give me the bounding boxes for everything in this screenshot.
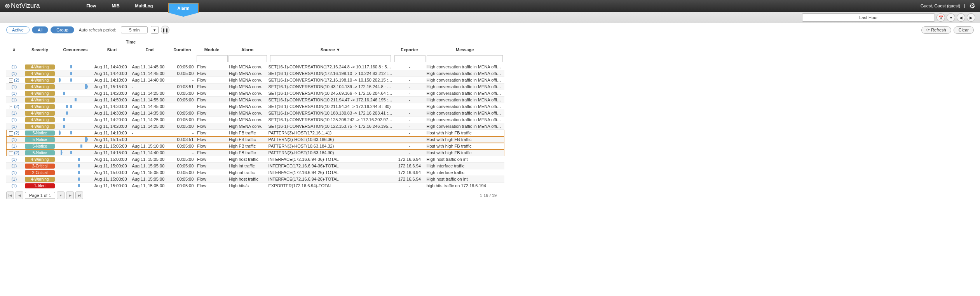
table-row[interactable]: (1)5-NoticeAug 11, 15:15:00-00:03:51Flow… — [6, 136, 504, 143]
nav-alarm[interactable]: Alarm — [168, 3, 198, 13]
table-row[interactable]: (1)2-CriticalAug 11, 15:00:00Aug 11, 15:… — [6, 169, 504, 176]
row-count: (1) — [12, 177, 17, 181]
cell-module: Flow — [196, 97, 227, 103]
gear-icon[interactable]: ⚙ — [969, 2, 975, 10]
col-module[interactable]: Module — [196, 46, 227, 54]
page-range: 1-19 / 19 — [480, 193, 497, 198]
col-alarm[interactable]: Alarm — [228, 46, 267, 54]
col-end[interactable]: End — [131, 46, 168, 54]
refresh-button[interactable]: ⟳ Refresh — [921, 26, 951, 34]
cell-source: SET(16-1)-CONVERSATION(10.211.94.34 -> 1… — [267, 103, 394, 110]
filter-message[interactable] — [427, 55, 503, 62]
nav-flow[interactable]: Flow — [86, 3, 96, 8]
cell-module: Flow — [196, 90, 227, 97]
pager: |◀ ◀ Page 1 of 1 ▾ ▶ ▶| 1-19 / 19 — [6, 192, 974, 199]
table-row[interactable]: (1)2-CriticalAug 11, 15:00:00Aug 11, 15:… — [6, 163, 504, 169]
nav-mib[interactable]: MIB — [112, 3, 119, 8]
page-dropdown-icon[interactable]: ▾ — [57, 192, 65, 199]
col-duration[interactable]: Duration — [168, 46, 196, 54]
col-start[interactable]: Start — [93, 46, 131, 54]
cell-duration: 00:05:00 — [168, 123, 196, 130]
occurrence-timeline — [59, 124, 92, 129]
cell-source: SET(16-1)-CONVERSATION(172.16.198.10 -> … — [267, 70, 394, 77]
table-row[interactable]: (1)4-WarningAug 11, 15:15:00-00:03:51Flo… — [6, 84, 504, 90]
table-row[interactable]: (1)4-WarningAug 11, 14:40:00Aug 11, 14:4… — [6, 70, 504, 77]
time-next-icon[interactable]: ▶ — [967, 13, 975, 22]
table-row[interactable]: (1)1-AlertAug 11, 15:00:00Aug 11, 15:05:… — [6, 183, 504, 189]
time-prev-icon[interactable]: ◀ — [957, 13, 965, 22]
col-severity[interactable]: Severity — [22, 46, 58, 54]
page-next-icon[interactable]: ▶ — [66, 192, 74, 199]
time-range-select[interactable]: Last Hour — [802, 13, 935, 22]
table-row[interactable]: (1)4-WarningAug 11, 14:30:00Aug 11, 14:3… — [6, 110, 504, 117]
clear-button[interactable]: Clear — [954, 26, 974, 34]
table-row[interactable]: +(2)4-WarningAug 11, 14:30:00Aug 11, 14:… — [6, 103, 504, 110]
table-row[interactable]: (1)4-WarningAug 11, 14:40:00Aug 11, 14:4… — [6, 64, 504, 70]
cell-message: High conversation traffic in MENA office… — [425, 84, 504, 90]
page-last-icon[interactable]: ▶| — [75, 192, 83, 199]
page-prev-icon[interactable]: ◀ — [16, 192, 23, 199]
refresh-period-select[interactable]: 5 min — [121, 26, 148, 33]
cell-module: Flow — [196, 150, 227, 156]
chevron-down-icon[interactable]: ▾ — [151, 26, 159, 34]
cell-module: Flow — [196, 176, 227, 183]
row-count: (1) — [12, 64, 17, 69]
pause-icon[interactable]: ❚❚ — [161, 26, 169, 34]
table-row[interactable]: (1)4-WarningAug 11, 14:50:00Aug 11, 14:5… — [6, 97, 504, 103]
table-row[interactable]: (1)4-WarningAug 11, 14:20:00Aug 11, 14:2… — [6, 123, 504, 130]
expand-icon[interactable]: + — [9, 105, 13, 109]
col-hash[interactable]: # — [6, 46, 22, 54]
table-row[interactable]: (1)5-NoticeAug 11, 15:05:00Aug 11, 15:10… — [6, 143, 504, 150]
cell-end: Aug 11, 15:10:00 — [131, 143, 168, 150]
filter-module[interactable] — [197, 55, 228, 62]
table-row[interactable]: (1)4-WarningAug 11, 15:00:00Aug 11, 15:0… — [6, 156, 504, 163]
nav-multilog[interactable]: MultiLog — [135, 3, 153, 8]
table-row[interactable]: (1)4-WarningAug 11, 14:20:00Aug 11, 14:2… — [6, 90, 504, 97]
filter-all[interactable]: All — [32, 26, 48, 33]
severity-badge: 4-Warning — [25, 98, 55, 103]
topbar: NetVizura Flow MIB MultiLog Alarm Guest,… — [0, 0, 980, 12]
cell-duration: - — [168, 150, 196, 156]
table-row[interactable]: (1)4-WarningAug 11, 15:00:00Aug 11, 15:0… — [6, 176, 504, 183]
cell-end: Aug 11, 14:25:00 — [131, 123, 168, 130]
cell-alarm: High FB traffic — [228, 150, 267, 156]
col-exporter[interactable]: Exporter — [394, 46, 425, 54]
cell-duration: 00:05:00 — [168, 163, 196, 169]
cell-end: Aug 11, 14:40:00 — [131, 150, 168, 156]
expand-icon[interactable]: + — [9, 151, 13, 155]
cell-duration: 00:05:00 — [168, 143, 196, 150]
expand-icon[interactable]: + — [9, 78, 13, 83]
cell-start: Aug 11, 15:00:00 — [93, 156, 131, 163]
calendar-icon[interactable]: 📅 — [936, 13, 945, 22]
cell-source: SET(16-1)-CONVERSATION(172.16.244.8 -> 1… — [267, 64, 394, 70]
severity-badge: 4-Warning — [25, 124, 55, 129]
table-row[interactable]: +(2)4-WarningAug 11, 14:10:00Aug 11, 14:… — [6, 77, 504, 84]
severity-badge: 4-Warning — [25, 71, 55, 76]
cell-module: Flow — [196, 110, 227, 117]
row-count: (1) — [12, 144, 17, 148]
col-source[interactable]: Source ▼ — [267, 46, 394, 54]
cell-start: Aug 11, 14:30:00 — [93, 110, 131, 117]
cell-duration: 00:05:00 — [168, 110, 196, 117]
expand-icon[interactable]: + — [9, 131, 13, 136]
table-row[interactable]: (1)4-WarningAug 11, 14:20:00Aug 11, 14:2… — [6, 117, 504, 123]
col-occurences[interactable]: Occurences — [58, 46, 93, 54]
filter-source[interactable] — [270, 55, 391, 62]
filter-alarm[interactable] — [228, 55, 267, 62]
filter-group[interactable]: Group — [51, 26, 74, 33]
filter-active[interactable]: Active — [6, 26, 30, 33]
severity-badge: 5-Notice — [25, 144, 55, 149]
cell-source: PATTERN(3)-HOST(172.16.1.41) — [267, 130, 394, 136]
table-row[interactable]: +(2)5-NoticeAug 11, 14:15:00Aug 11, 14:4… — [6, 150, 504, 156]
cell-end: Aug 11, 15:05:00 — [131, 169, 168, 176]
cell-end: Aug 11, 14:45:00 — [131, 70, 168, 77]
cell-end: Aug 11, 14:25:00 — [131, 90, 168, 97]
col-message[interactable]: Message — [425, 46, 504, 54]
cell-message: Host with high FB traffic — [425, 130, 504, 136]
cell-duration: - — [168, 103, 196, 110]
table-row[interactable]: +(2)5-NoticeAug 11, 14:10:00--FlowHigh F… — [6, 130, 504, 136]
filter-exporter[interactable] — [394, 55, 425, 62]
time-dropdown-icon[interactable]: ▾ — [947, 13, 955, 22]
page-first-icon[interactable]: |◀ — [6, 192, 14, 199]
cell-start: Aug 11, 14:40:00 — [93, 64, 131, 70]
